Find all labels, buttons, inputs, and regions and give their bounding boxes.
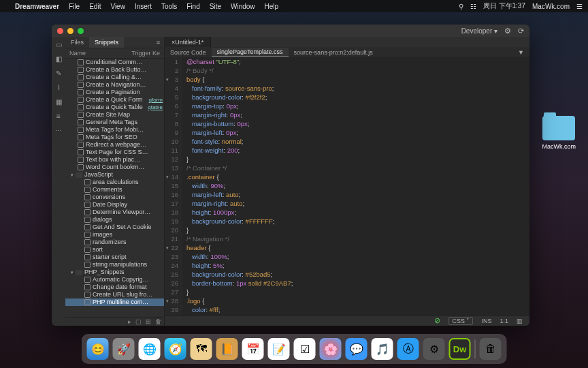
dock-photos-icon[interactable]: 🌸 [320, 338, 342, 360]
tree-item[interactable]: Create URL slug fro… [65, 291, 164, 298]
clock[interactable]: 周日 下午1:37 [483, 1, 525, 11]
desktop-folder[interactable]: MacWk.com [542, 116, 576, 150]
menu-help[interactable]: Help [265, 3, 279, 10]
menu-tools[interactable]: Tools [161, 3, 177, 10]
dock-reminders-icon[interactable]: ☑ [294, 338, 316, 360]
tree-item[interactable]: Create Site Map [65, 111, 164, 119]
control-center-icon[interactable]: ☷ [470, 3, 476, 10]
window-titlebar[interactable]: Developer ▾ ⚙ ⟳ [52, 25, 529, 37]
tree-item[interactable]: Get And Set A Cookie [65, 224, 164, 231]
dock-notes-icon[interactable]: 📝 [268, 338, 290, 360]
tree-item[interactable]: Meta Tags for Mobi… [65, 126, 164, 134]
tree-item[interactable]: Conditional Comm… [65, 59, 164, 66]
minimize-button[interactable] [67, 28, 74, 34]
overview-icon[interactable]: ▥ [517, 318, 523, 324]
dock-calendar-icon[interactable]: 📅 [242, 338, 264, 360]
tree-item[interactable]: Comments [65, 186, 164, 194]
code-lines[interactable]: @charset "UTF-8"; /* Body */ body { font… [182, 57, 529, 315]
tree-item[interactable]: Create a Back Butto… [65, 66, 164, 74]
snippets-tree[interactable]: Conditional Comm… Create a Back Butto… C… [65, 59, 164, 317]
tree-item[interactable]: Text box with plac… [65, 156, 164, 164]
tree-item-quick-form[interactable]: Create a Quick Formqform [65, 96, 164, 104]
tree-item[interactable]: Create a Calling &… [65, 74, 164, 81]
menu-file[interactable]: File [69, 3, 80, 10]
menu-view[interactable]: View [110, 3, 125, 10]
dock-dreamweaver-icon[interactable]: Dw [449, 338, 471, 360]
delete-icon[interactable]: 🗑 [155, 318, 161, 325]
new-folder-icon[interactable]: ▢ [135, 318, 142, 325]
dock-maps-icon[interactable]: 🗺 [191, 338, 212, 360]
line-gutter[interactable]: 1234567891011121314151617181920212223242… [165, 57, 182, 315]
dock-music-icon[interactable]: 🎵 [372, 338, 393, 360]
tree-item[interactable]: sort [65, 246, 164, 254]
dock-trash-icon[interactable]: 🗑 [480, 338, 502, 360]
status-ok-icon[interactable]: ⊘ [434, 316, 440, 325]
tree-item[interactable]: Create a Navigation… [65, 81, 164, 89]
maximize-button[interactable] [78, 28, 84, 34]
tree-item[interactable]: starter script [65, 254, 164, 261]
panel-menu-icon[interactable]: ≡ [152, 37, 164, 48]
tree-item[interactable]: Determine Viewpor… [65, 209, 164, 216]
tree-folder-javascript[interactable]: JavaScript [65, 171, 164, 179]
tree-item-quick-table[interactable]: Create a Quick Tableqtable [65, 104, 164, 111]
tool-dom-icon[interactable]: ⌇ [57, 84, 61, 91]
language-selector[interactable]: CSS ˅ [448, 317, 473, 325]
tool-insert-icon[interactable]: ◧ [56, 55, 62, 63]
tool-css-icon[interactable]: ✎ [56, 70, 61, 77]
tree-folder-php[interactable]: PHP_Snippets [65, 269, 164, 276]
menu-insert[interactable]: Insert [135, 3, 152, 10]
menu-find[interactable]: Find [186, 3, 199, 10]
dock-safari-icon[interactable]: 🧭 [165, 338, 186, 360]
code-area[interactable]: 1234567891011121314151617181920212223242… [165, 57, 529, 315]
tool-files-icon[interactable]: ▭ [56, 41, 62, 48]
trigger-link[interactable]: qform [149, 96, 163, 104]
document-tab[interactable]: × Untitled-1* [165, 37, 211, 47]
menu-extra-icon[interactable]: ☰ [576, 3, 583, 10]
wifi-icon[interactable]: ⚲ [459, 3, 463, 10]
tab-files[interactable]: Files [65, 37, 89, 48]
tree-item[interactable]: Text Page for CSS S… [65, 149, 164, 156]
source-tab-source-code[interactable]: Source Code [165, 48, 212, 57]
tree-item[interactable]: Word Count bookm… [65, 164, 164, 171]
dock-finder-icon[interactable]: 😊 [87, 338, 109, 360]
dock-messages-icon[interactable]: 💬 [346, 338, 368, 360]
tree-item[interactable]: Create a Pagination [65, 89, 164, 96]
tree-item[interactable]: General Meta Tags [65, 119, 164, 126]
tree-item[interactable]: conversions [65, 194, 164, 201]
col-trigger[interactable]: Trigger Ke [131, 50, 160, 57]
trigger-link[interactable]: qtable [148, 104, 163, 111]
menu-edit[interactable]: Edit [89, 3, 101, 10]
source-tab-js[interactable]: source-sans-pro:n2:default.js [289, 48, 378, 57]
tool-assets-icon[interactable]: ▦ [56, 98, 62, 106]
insert-mode[interactable]: INS [481, 318, 491, 324]
tree-item[interactable]: images [65, 231, 164, 239]
tree-item[interactable]: Meta Tags for SEO [65, 134, 164, 141]
menu-window[interactable]: Window [231, 3, 255, 10]
menu-site[interactable]: Site [210, 3, 221, 10]
workspace-switcher[interactable]: Developer ▾ [461, 27, 497, 35]
tool-snippets-icon[interactable]: ≡ [56, 112, 61, 120]
tree-item-selected[interactable]: PHP multiline com… [65, 298, 164, 306]
dock-chrome-icon[interactable]: 🌐 [139, 338, 161, 360]
tree-item[interactable]: randomizers [65, 239, 164, 246]
tree-item[interactable]: area calculations [65, 179, 164, 186]
dock-dictionary-icon[interactable]: 📙 [216, 338, 238, 360]
tree-item[interactable]: Date Display [65, 201, 164, 209]
tree-item[interactable]: Change date format [65, 283, 164, 291]
dock-appstore-icon[interactable]: Ⓐ [397, 338, 419, 360]
new-snippet-icon[interactable]: ▸ [128, 318, 131, 325]
tree-item[interactable]: string manipulations [65, 261, 164, 269]
col-name[interactable]: Name [69, 50, 131, 57]
tree-item[interactable]: Automatic Copyrig… [65, 276, 164, 283]
dock-settings-icon[interactable]: ⚙ [423, 338, 445, 360]
settings-icon[interactable]: ⚙ [504, 27, 511, 35]
tree-item[interactable]: dialogs [65, 216, 164, 224]
dock-launchpad-icon[interactable]: 🚀 [113, 338, 135, 360]
source-tab-css[interactable]: singlePageTemplate.css [212, 48, 289, 57]
sync-icon[interactable]: ⟳ [518, 27, 524, 35]
add-icon[interactable]: ⊞ [146, 318, 151, 325]
tool-more-icon[interactable]: ⋯ [55, 127, 62, 134]
tab-snippets[interactable]: Snippets [89, 37, 124, 48]
tree-item[interactable]: Redirect a webpage… [65, 141, 164, 149]
filter-icon[interactable]: ▼ [512, 49, 529, 56]
